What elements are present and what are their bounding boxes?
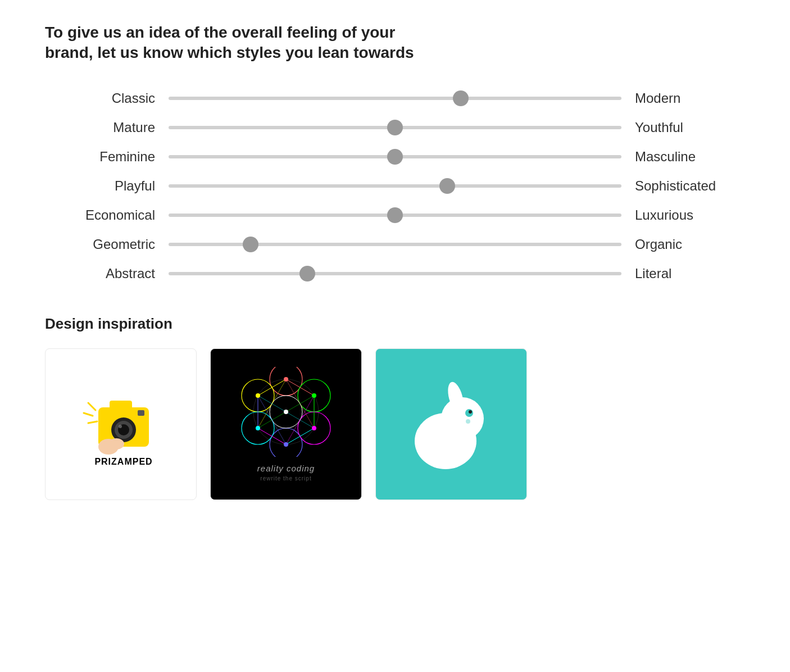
svg-point-5 — [119, 425, 122, 428]
reality-coding-title: reality coding — [257, 464, 315, 473]
slider-input-economical-luxurious[interactable] — [169, 214, 621, 217]
svg-point-38 — [256, 393, 260, 398]
svg-rect-11 — [138, 410, 144, 416]
slider-row-playful-sophisticated: PlayfulSophisticated — [45, 178, 745, 194]
slider-track-economical-luxurious — [169, 210, 621, 221]
svg-line-7 — [84, 413, 93, 416]
slider-label-right-playful-sophisticated: Sophisticated — [621, 178, 745, 194]
sliders-section: ClassicModernMatureYouthfulFeminineMascu… — [45, 90, 745, 281]
reality-coding-illustration: reality coding rewrite the script — [211, 349, 361, 500]
slider-input-abstract-literal[interactable] — [169, 272, 621, 275]
slider-row-feminine-masculine: FeminineMasculine — [45, 149, 745, 165]
rabbit-svg — [395, 368, 507, 480]
section-title: Design inspiration — [45, 315, 745, 333]
slider-track-feminine-masculine — [169, 151, 621, 162]
reality-coding-svg — [241, 367, 331, 457]
slider-track-mature-youthful — [169, 122, 621, 133]
rabbit-illustration — [376, 349, 526, 500]
slider-label-right-geometric-organic: Organic — [621, 237, 745, 252]
svg-line-26 — [286, 428, 314, 444]
slider-label-left-classic-modern: Classic — [45, 90, 169, 106]
slider-label-left-abstract-literal: Abstract — [45, 266, 169, 281]
svg-point-45 — [416, 438, 432, 453]
slider-input-playful-sophisticated[interactable] — [169, 184, 621, 188]
svg-text:PRIZAMPED: PRIZAMPED — [94, 457, 152, 466]
svg-point-36 — [284, 442, 288, 447]
svg-line-25 — [258, 428, 286, 444]
slider-input-classic-modern[interactable] — [169, 97, 621, 100]
svg-point-35 — [312, 426, 316, 430]
slider-row-mature-youthful: MatureYouthful — [45, 120, 745, 135]
design-inspiration-section: Design inspiration — [45, 315, 745, 500]
svg-line-6 — [88, 403, 96, 410]
svg-line-22 — [258, 379, 286, 396]
inspiration-card-reality-coding[interactable]: reality coding rewrite the script — [210, 348, 362, 500]
svg-line-32 — [258, 396, 286, 444]
slider-input-mature-youthful[interactable] — [169, 126, 621, 129]
slider-input-feminine-masculine[interactable] — [169, 155, 621, 158]
inspiration-grid: PRIZAMPED — [45, 348, 745, 500]
slider-track-abstract-literal — [169, 268, 621, 279]
slider-track-geometric-organic — [169, 239, 621, 250]
reality-coding-tagline: rewrite the script — [260, 475, 311, 482]
slider-label-left-playful-sophisticated: Playful — [45, 178, 169, 194]
slider-row-abstract-literal: AbstractLiteral — [45, 266, 745, 281]
slider-label-right-classic-modern: Modern — [621, 90, 745, 106]
slider-track-playful-sophisticated — [169, 180, 621, 192]
svg-point-44 — [469, 410, 472, 414]
inspiration-card-prizamped[interactable]: PRIZAMPED — [45, 348, 197, 500]
slider-label-left-economical-luxurious: Economical — [45, 207, 169, 223]
slider-label-right-mature-youthful: Youthful — [621, 120, 745, 135]
svg-point-10 — [108, 438, 124, 449]
svg-line-31 — [286, 396, 314, 444]
svg-point-34 — [312, 393, 316, 398]
svg-line-8 — [88, 421, 97, 423]
slider-track-classic-modern — [169, 93, 621, 104]
slider-row-geometric-organic: GeometricOrganic — [45, 237, 745, 252]
svg-point-33 — [284, 377, 288, 382]
slider-input-geometric-organic[interactable] — [169, 243, 621, 246]
prizamped-illustration: PRIZAMPED — [46, 349, 196, 500]
svg-rect-1 — [110, 401, 132, 411]
slider-label-right-economical-luxurious: Luxurious — [621, 207, 745, 223]
slider-label-left-mature-youthful: Mature — [45, 120, 169, 135]
slider-label-right-feminine-masculine: Masculine — [621, 149, 745, 165]
page-title: To give us an idea of the overall feelin… — [45, 22, 438, 63]
svg-point-37 — [256, 426, 260, 430]
prizamped-svg: PRIZAMPED — [65, 379, 177, 469]
slider-label-left-feminine-masculine: Feminine — [45, 149, 169, 165]
slider-label-left-geometric-organic: Geometric — [45, 237, 169, 252]
slider-row-classic-modern: ClassicModern — [45, 90, 745, 106]
svg-point-39 — [284, 410, 288, 414]
slider-row-economical-luxurious: EconomicalLuxurious — [45, 207, 745, 223]
svg-point-46 — [466, 419, 470, 424]
slider-label-right-abstract-literal: Literal — [621, 266, 745, 281]
svg-line-21 — [286, 379, 314, 396]
inspiration-card-rabbit[interactable] — [375, 348, 527, 500]
